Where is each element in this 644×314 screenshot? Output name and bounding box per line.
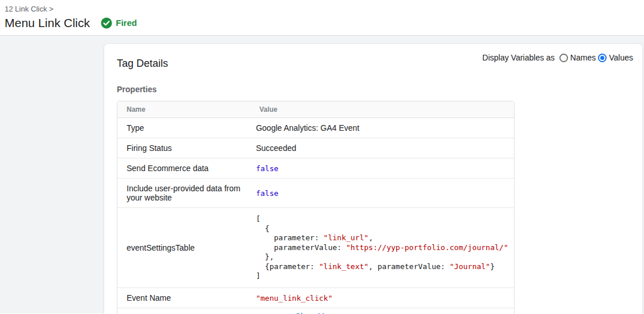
property-value: false (250, 179, 514, 208)
property-name: Type (117, 118, 250, 138)
property-value: Google Analytics: GA4 Event (250, 118, 514, 138)
properties-section-label: Properties (117, 85, 633, 94)
table-header-row: Name Value (117, 101, 514, 118)
radio-icon[interactable] (598, 54, 607, 62)
check-circle-icon (101, 17, 112, 29)
property-value: [ { parameter: "link_url", parameterValu… (250, 208, 514, 288)
card-title: Tag Details (117, 52, 168, 70)
radio-label: Names (570, 53, 596, 62)
display-variables-control: Display Variables as NamesValues (482, 52, 633, 62)
property-name: Include user-provided data from your web… (117, 179, 250, 208)
show-more-button[interactable]: Show More (117, 308, 514, 314)
table-row: TypeGoogle Analytics: GA4 Event (117, 118, 514, 138)
column-header-name: Name (117, 101, 250, 118)
property-name: Firing Status (117, 138, 250, 158)
table-row: Firing StatusSucceeded (117, 138, 514, 158)
table-row: eventSettingsTable[ { parameter: "link_u… (117, 208, 514, 288)
column-header-value: Value (250, 101, 514, 118)
radio-names[interactable]: Names (559, 53, 596, 62)
properties-table-body: TypeGoogle Analytics: GA4 EventFiring St… (117, 118, 514, 308)
property-name: Send Ecommerce data (117, 158, 250, 179)
tag-details-card: Tag Details Display Variables as NamesVa… (104, 43, 643, 314)
property-name: eventSettingsTable (117, 208, 250, 288)
display-variables-radiogroup: NamesValues (557, 53, 633, 62)
fired-status-label: Fired (116, 18, 137, 28)
radio-label: Values (609, 53, 633, 62)
fired-status-badge: Fired (101, 17, 137, 29)
code-block: [ { parameter: "link_url", parameterValu… (256, 213, 508, 282)
show-more-row: Show More (117, 308, 514, 314)
property-value: "menu_link_click" (250, 287, 514, 308)
properties-table: Name Value TypeGoogle Analytics: GA4 Eve… (117, 101, 515, 314)
table-row: Send Ecommerce datafalse (117, 158, 514, 179)
radio-values[interactable]: Values (598, 53, 633, 62)
content-background: Tag Details Display Variables as NamesVa… (0, 36, 644, 313)
table-row: Include user-provided data from your web… (117, 179, 514, 208)
page-title: Menu Link Click (5, 16, 90, 30)
property-name: Event Name (117, 287, 250, 308)
breadcrumb[interactable]: 12 Link Click > (5, 5, 644, 14)
display-variables-label: Display Variables as (482, 53, 555, 62)
property-value: false (250, 158, 514, 179)
table-row: Event Name"menu_link_click" (117, 287, 514, 308)
property-value: Succeeded (250, 138, 514, 158)
radio-icon[interactable] (559, 54, 568, 62)
page-header: 12 Link Click > Menu Link Click Fired (0, 0, 644, 36)
